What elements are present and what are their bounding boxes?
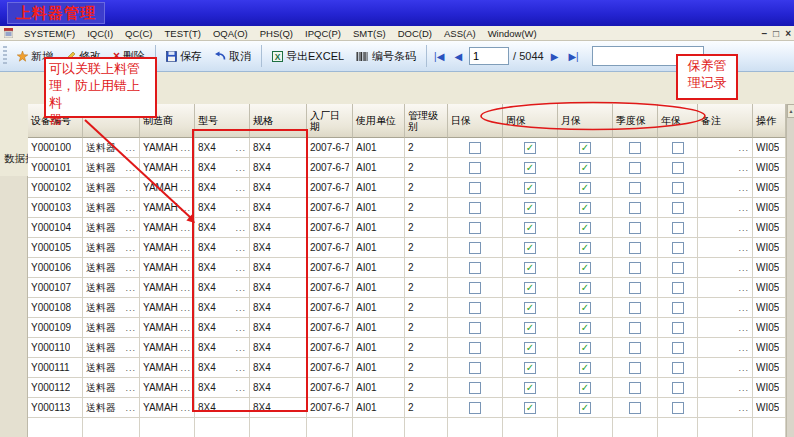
ellipsis-button[interactable]: ... [123, 323, 136, 333]
checkbox-daily[interactable]: ✓ [469, 162, 481, 174]
checkbox-daily[interactable]: ✓ [469, 182, 481, 194]
ellipsis-button[interactable]: ... [123, 263, 136, 273]
column-header-date[interactable]: 入厂日期 [307, 104, 353, 138]
ellipsis-button[interactable]: ... [233, 303, 246, 313]
ellipsis-button[interactable]: ... [178, 343, 191, 353]
ellipsis-button[interactable]: ... [178, 383, 191, 393]
checkbox-yearly[interactable]: ✓ [672, 322, 684, 334]
checkbox-monthly[interactable]: ✓ [579, 142, 591, 154]
checkbox-quarterly[interactable]: ✓ [629, 282, 641, 294]
ellipsis-button[interactable]: ... [233, 263, 246, 273]
checkbox-daily[interactable]: ✓ [469, 362, 481, 374]
column-header-quarterly[interactable]: 季度保 [613, 104, 658, 138]
table-row[interactable]: Y000110送料器...YAMAHA...8X4...8X42007-6-7A… [28, 338, 786, 358]
checkbox-monthly[interactable]: ✓ [579, 262, 591, 274]
ellipsis-button[interactable]: ... [736, 243, 749, 253]
prev-record-icon[interactable]: ◀ [451, 50, 465, 63]
checkbox-daily[interactable]: ✓ [469, 142, 481, 154]
checkbox-monthly[interactable]: ✓ [579, 382, 591, 394]
table-row[interactable]: Y000107送料器...YAMAHA...8X4...8X42007-6-7A… [28, 278, 786, 298]
checkbox-quarterly[interactable]: ✓ [629, 322, 641, 334]
checkbox-monthly[interactable]: ✓ [579, 402, 591, 414]
ellipsis-button[interactable]: ... [178, 163, 191, 173]
ellipsis-button[interactable]: ... [123, 303, 136, 313]
checkbox-daily[interactable]: ✓ [469, 282, 481, 294]
table-row[interactable]: Y000108送料器...YAMAHA...8X4...8X42007-6-7A… [28, 298, 786, 318]
checkbox-daily[interactable]: ✓ [469, 302, 481, 314]
ellipsis-button[interactable]: ... [178, 143, 191, 153]
ellipsis-button[interactable]: ... [123, 223, 136, 233]
checkbox-monthly[interactable]: ✓ [579, 242, 591, 254]
table-row[interactable]: Y000104送料器...YAMAHA...8X4...8X42007-6-7A… [28, 218, 786, 238]
table-row[interactable]: Y000100送料器...YAMAHA...8X4...8X42007-6-7A… [28, 138, 786, 158]
table-row[interactable]: Y000105送料器...YAMAHA...8X4...8X42007-6-7A… [28, 238, 786, 258]
ellipsis-button[interactable]: ... [123, 403, 136, 413]
menu-item[interactable]: TEST(T) [159, 28, 207, 39]
menu-item[interactable]: IPQC(P) [299, 28, 347, 39]
column-header-op[interactable]: 操作 [753, 104, 786, 138]
checkbox-weekly[interactable]: ✓ [524, 162, 536, 174]
checkbox-yearly[interactable]: ✓ [672, 282, 684, 294]
checkbox-daily[interactable]: ✓ [469, 382, 481, 394]
checkbox-monthly[interactable]: ✓ [579, 202, 591, 214]
checkbox-daily[interactable]: ✓ [469, 222, 481, 234]
checkbox-quarterly[interactable]: ✓ [629, 142, 641, 154]
ellipsis-button[interactable]: ... [233, 403, 246, 413]
ellipsis-button[interactable]: ... [233, 383, 246, 393]
ellipsis-button[interactable]: ... [178, 183, 191, 193]
table-row[interactable]: Y000106送料器...YAMAHA...8X4...8X42007-6-7A… [28, 258, 786, 278]
checkbox-daily[interactable]: ✓ [469, 402, 481, 414]
last-record-icon[interactable]: ▶| [565, 50, 581, 63]
checkbox-weekly[interactable]: ✓ [524, 242, 536, 254]
checkbox-quarterly[interactable]: ✓ [629, 402, 641, 414]
checkbox-yearly[interactable]: ✓ [672, 302, 684, 314]
checkbox-quarterly[interactable]: ✓ [629, 302, 641, 314]
column-header-unit[interactable]: 使用单位 [353, 104, 405, 138]
checkbox-weekly[interactable]: ✓ [524, 282, 536, 294]
checkbox-monthly[interactable]: ✓ [579, 342, 591, 354]
checkbox-daily[interactable]: ✓ [469, 242, 481, 254]
menu-item[interactable]: ASS(A) [438, 28, 482, 39]
checkbox-weekly[interactable]: ✓ [524, 202, 536, 214]
ellipsis-button[interactable]: ... [178, 303, 191, 313]
ellipsis-button[interactable]: ... [233, 183, 246, 193]
ellipsis-button[interactable]: ... [178, 203, 191, 213]
ellipsis-button[interactable]: ... [233, 223, 246, 233]
save-button[interactable]: 保存 [160, 46, 208, 67]
first-record-icon[interactable]: |◀ [431, 50, 447, 63]
table-row[interactable]: Y000102送料器...YAMAHA...8X4...8X42007-6-7A… [28, 178, 786, 198]
table-row[interactable]: Y000101送料器...YAMAHA...8X4...8X42007-6-7A… [28, 158, 786, 178]
checkbox-daily[interactable]: ✓ [469, 322, 481, 334]
checkbox-quarterly[interactable]: ✓ [629, 202, 641, 214]
ellipsis-button[interactable]: ... [233, 363, 246, 373]
menu-item[interactable]: Window(W) [482, 28, 543, 39]
checkbox-yearly[interactable]: ✓ [672, 142, 684, 154]
menu-item[interactable]: DOC(D) [392, 28, 438, 39]
checkbox-monthly[interactable]: ✓ [579, 162, 591, 174]
next-record-icon[interactable]: ▶ [548, 50, 562, 63]
checkbox-quarterly[interactable]: ✓ [629, 262, 641, 274]
ellipsis-button[interactable]: ... [123, 283, 136, 293]
checkbox-monthly[interactable]: ✓ [579, 182, 591, 194]
column-header-spec[interactable]: 规格 [250, 104, 307, 138]
ellipsis-button[interactable]: ... [233, 163, 246, 173]
checkbox-quarterly[interactable]: ✓ [629, 222, 641, 234]
checkbox-monthly[interactable]: ✓ [579, 282, 591, 294]
checkbox-daily[interactable]: ✓ [469, 262, 481, 274]
barcode-button[interactable]: 编号条码 [350, 46, 422, 67]
ellipsis-button[interactable]: ... [233, 323, 246, 333]
checkbox-weekly[interactable]: ✓ [524, 362, 536, 374]
ellipsis-button[interactable]: ... [178, 323, 191, 333]
table-row[interactable]: Y000113送料器...YAMAHA...8X4...8X42007-6-7A… [28, 398, 786, 418]
column-header-model[interactable]: 型号 [195, 104, 250, 138]
checkbox-yearly[interactable]: ✓ [672, 162, 684, 174]
ellipsis-button[interactable]: ... [123, 363, 136, 373]
restore-icon[interactable]: □ [773, 29, 779, 39]
column-header-monthly[interactable]: 月保 [558, 104, 613, 138]
ellipsis-button[interactable]: ... [736, 363, 749, 373]
checkbox-yearly[interactable]: ✓ [672, 182, 684, 194]
checkbox-quarterly[interactable]: ✓ [629, 362, 641, 374]
ellipsis-button[interactable]: ... [736, 383, 749, 393]
menu-item[interactable]: OQA(O) [207, 28, 254, 39]
ellipsis-button[interactable]: ... [178, 223, 191, 233]
